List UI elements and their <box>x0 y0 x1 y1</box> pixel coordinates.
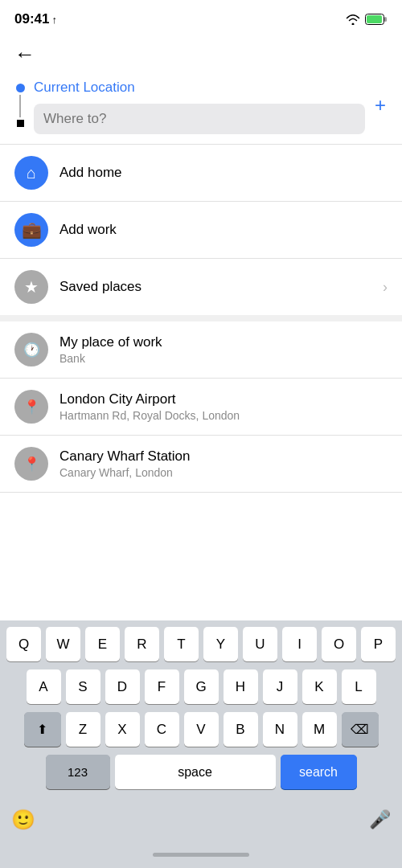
key-l[interactable]: L <box>342 669 376 704</box>
add-home-label: Add home <box>59 165 388 181</box>
key-a[interactable]: A <box>27 669 61 704</box>
recent-place-1-text: London City Airport Hartmann Rd, Royal D… <box>59 391 388 422</box>
svg-rect-1 <box>367 15 382 23</box>
wifi-icon <box>346 14 360 25</box>
recent-place-2-text: Canary Wharf Station Canary Wharf, Londo… <box>59 448 388 479</box>
battery-icon <box>365 14 388 25</box>
saved-icon-circle: ★ <box>14 270 48 304</box>
home-indicator <box>0 841 402 868</box>
recent-place-0-name: My place of work <box>59 334 388 350</box>
current-location-label[interactable]: Current Location <box>34 76 365 99</box>
key-i[interactable]: I <box>282 627 317 661</box>
key-h[interactable]: H <box>224 669 258 704</box>
recent-place-1[interactable]: 📍 London City Airport Hartmann Rd, Royal… <box>0 379 402 435</box>
origin-dot <box>16 84 25 92</box>
route-line <box>19 95 21 117</box>
key-e[interactable]: E <box>85 627 120 661</box>
key-y[interactable]: Y <box>203 627 238 661</box>
briefcase-icon: 💼 <box>22 220 42 240</box>
location-inputs: Current Location <box>34 76 365 134</box>
pin-icon-circle-1: 📍 <box>14 390 48 424</box>
key-c[interactable]: C <box>145 712 179 747</box>
svg-rect-2 <box>384 17 387 22</box>
key-s[interactable]: S <box>66 669 100 704</box>
key-g[interactable]: G <box>184 669 219 704</box>
add-work-item[interactable]: 💼 Add work <box>0 202 402 258</box>
key-row-bottom: 123 space search <box>3 755 399 789</box>
recent-place-0[interactable]: 🕐 My place of work Bank <box>0 321 402 378</box>
key-x[interactable]: X <box>105 712 140 747</box>
home-icon-circle: ⌂ <box>14 156 48 190</box>
key-row-2: A S D F G H J K L <box>3 669 399 704</box>
key-b[interactable]: B <box>224 712 258 747</box>
emoji-button[interactable]: 🙂 <box>6 804 40 836</box>
search-key[interactable]: search <box>281 755 357 789</box>
recent-place-0-address: Bank <box>59 352 388 365</box>
recent-place-0-text: My place of work Bank <box>59 334 388 365</box>
key-m[interactable]: M <box>302 712 337 747</box>
key-k[interactable]: K <box>302 669 337 704</box>
key-f[interactable]: F <box>145 669 179 704</box>
time-label: 09:41 <box>14 11 49 27</box>
key-row-3: ⬆ Z X C V B N M ⌫ <box>3 712 399 747</box>
pin-icon-2: 📍 <box>23 456 40 473</box>
recent-place-1-name: London City Airport <box>59 391 388 407</box>
location-dots <box>14 84 26 127</box>
key-u[interactable]: U <box>243 627 277 661</box>
numbers-key[interactable]: 123 <box>46 755 110 789</box>
key-j[interactable]: J <box>263 669 297 704</box>
location-arrow-icon: ↑ <box>51 14 57 26</box>
key-d[interactable]: D <box>105 669 140 704</box>
key-z[interactable]: Z <box>66 712 100 747</box>
work-icon-circle: 💼 <box>14 213 48 247</box>
key-r[interactable]: R <box>125 627 159 661</box>
saved-places-item[interactable]: ★ Saved places › <box>0 259 402 315</box>
add-home-item[interactable]: ⌂ Add home <box>0 145 402 201</box>
key-row-1: Q W E R T Y U I O P <box>3 627 399 661</box>
key-n[interactable]: N <box>263 712 297 747</box>
recent-place-2-name: Canary Wharf Station <box>59 448 388 465</box>
section-divider <box>0 315 402 321</box>
recent-place-2-address: Canary Wharf, London <box>59 466 388 479</box>
key-w[interactable]: W <box>46 627 80 661</box>
shift-key[interactable]: ⬆ <box>24 712 61 747</box>
microphone-button[interactable]: 🎤 <box>364 805 396 835</box>
clock-icon: 🕐 <box>23 342 40 358</box>
divider-6 <box>0 492 402 493</box>
home-icon: ⌂ <box>27 164 36 182</box>
status-time: 09:41 ↑ <box>14 11 57 27</box>
delete-key[interactable]: ⌫ <box>342 712 379 747</box>
key-o[interactable]: O <box>322 627 356 661</box>
add-work-label: Add work <box>59 222 388 238</box>
back-arrow-icon[interactable]: ← <box>14 42 35 66</box>
chevron-right-icon: › <box>383 279 388 296</box>
keyboard-bottom-bar: 🙂 🎤 <box>0 800 402 841</box>
clock-icon-circle: 🕐 <box>14 333 48 366</box>
saved-places-label: Saved places <box>59 279 371 295</box>
destination-dot <box>17 120 24 127</box>
where-to-input[interactable] <box>34 104 365 134</box>
status-icons <box>346 14 388 25</box>
key-p[interactable]: P <box>361 627 396 661</box>
star-icon: ★ <box>24 277 39 297</box>
home-bar <box>153 853 249 857</box>
key-v[interactable]: V <box>184 712 219 747</box>
key-t[interactable]: T <box>164 627 199 661</box>
recent-place-1-address: Hartmann Rd, Royal Docks, London <box>59 409 388 422</box>
keyboard: Q W E R T Y U I O P A S D F G H J K L ⬆ … <box>0 620 402 868</box>
pin-icon-1: 📍 <box>23 399 40 416</box>
key-q[interactable]: Q <box>6 627 41 661</box>
location-area: Current Location + <box>0 73 402 144</box>
space-key[interactable]: space <box>115 755 276 789</box>
recent-place-2[interactable]: 📍 Canary Wharf Station Canary Wharf, Lon… <box>0 436 402 492</box>
pin-icon-circle-2: 📍 <box>14 447 48 481</box>
add-stop-button[interactable]: + <box>373 91 388 120</box>
back-button-area[interactable]: ← <box>0 35 402 73</box>
status-bar: 09:41 ↑ <box>0 0 402 35</box>
keyboard-rows: Q W E R T Y U I O P A S D F G H J K L ⬆ … <box>0 620 402 800</box>
